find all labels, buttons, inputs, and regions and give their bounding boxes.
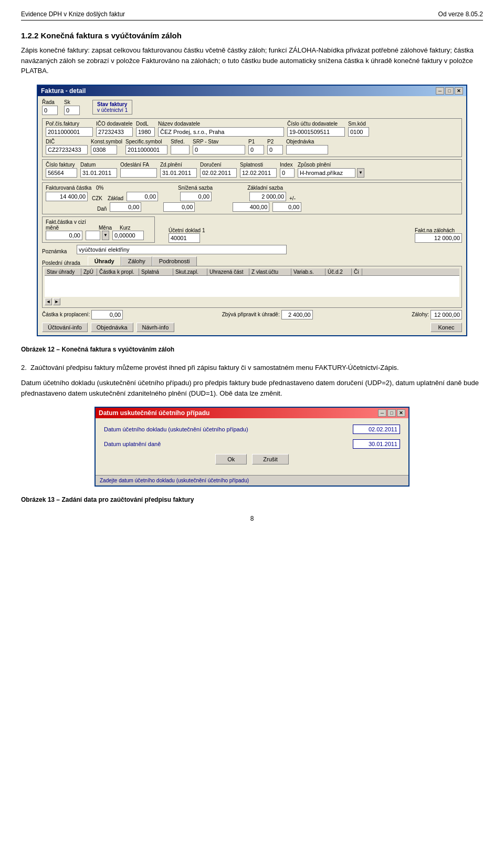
tab-uhrady[interactable]: Úhrady [88, 256, 121, 266]
pof-cis-group: Poř.čís.faktury [46, 121, 93, 137]
d2-zrusit-button[interactable]: Zrušit [252, 454, 289, 464]
srp-input[interactable] [193, 145, 245, 154]
snizena-zaklad-input[interactable] [180, 192, 212, 201]
zbyva-label: Zbývá připravit k úhradě: [222, 312, 280, 317]
datum-input[interactable] [80, 168, 117, 178]
sk-input[interactable] [64, 106, 80, 115]
odeslani-label: Odeslání FA [120, 162, 157, 168]
zpusob-input[interactable] [298, 168, 355, 178]
mena-arrow[interactable]: ▼ [102, 231, 109, 240]
dialog2-titlebar: Datum uskutečnění účetního případu ─ □ ✕ [96, 408, 408, 418]
zpusob-label: Způsob plnění [298, 162, 364, 168]
objednavka-button[interactable]: Objednávka [91, 323, 133, 332]
zalohy-label: Zálohy: [412, 312, 429, 317]
dan-last-input[interactable] [272, 202, 301, 212]
section-amounts: Fakturovaná částka 0% Snížená sazba Zákl… [42, 182, 462, 214]
sk-label: Sk [64, 99, 80, 105]
zakladni-label: Základní sazba [247, 185, 283, 191]
table-scroll-area [45, 276, 459, 297]
fakt-zalohy-label: Fakt.na zálohách [415, 228, 462, 233]
zd-plneni-group: Zd.plnění [160, 162, 197, 178]
konec-button[interactable]: Konec [430, 323, 462, 332]
fakt-zalohy-input[interactable] [415, 233, 462, 243]
cizi-mena-labels: Fakt.částka v cizí měně Měna Kurz [46, 219, 151, 231]
dialog-faktura-detail: Faktura - detail ─ □ ✕ Řada Sk Stav fakt… [37, 85, 467, 336]
maximize-button[interactable]: □ [445, 87, 454, 95]
th-zpu: ZpÚ [81, 268, 97, 275]
kurz-input[interactable] [112, 231, 144, 240]
mena-label: Měna [99, 225, 117, 231]
nazev-input[interactable] [158, 127, 284, 137]
dodl-group: DodL [136, 121, 155, 137]
scroll-right-arrow[interactable]: ► [53, 298, 60, 305]
d2-row2-input[interactable] [353, 439, 400, 449]
sm-kod-input[interactable] [348, 127, 369, 137]
fakt-amount-input[interactable] [46, 192, 88, 201]
amounts-labels-row: Fakturovaná částka 0% Snížená sazba Zákl… [46, 185, 458, 191]
scroll-left-arrow[interactable]: ◄ [45, 298, 52, 305]
stred-group: Střed. [171, 139, 190, 154]
sm-kod-label: Sm.kód [348, 121, 369, 127]
dan-snizena-input[interactable] [163, 202, 195, 212]
dan-zakladni-input[interactable] [233, 202, 269, 212]
stred-input[interactable] [171, 145, 190, 154]
p1-input[interactable] [248, 145, 264, 154]
poznamka-input[interactable] [77, 245, 287, 254]
fakt-cizi-input[interactable] [46, 231, 82, 240]
konst-input[interactable] [91, 145, 117, 154]
castka-proplaceni-input[interactable] [91, 310, 123, 319]
amounts-row1: CZK Základ +/- [46, 192, 458, 201]
specific-input[interactable] [125, 145, 167, 154]
th-castka: Částka k propl. [97, 268, 139, 275]
tab-podrobnosti[interactable]: Podrobnosti [152, 256, 197, 266]
uctovani-info-button[interactable]: Účtování-info [42, 323, 88, 332]
mena-input[interactable] [86, 231, 100, 240]
mena-dropdown: ▼ [86, 231, 109, 240]
ucetni-input[interactable] [169, 233, 200, 243]
srp-label: SRP - Stav [193, 139, 245, 144]
p2-input[interactable] [267, 145, 283, 154]
minimize-button[interactable]: ─ [436, 87, 444, 95]
d2-ok-button[interactable]: Ok [215, 454, 247, 464]
cislo-uctu-input[interactable] [287, 127, 345, 137]
zaklad-input[interactable] [127, 192, 158, 201]
dialog2-minimize-button[interactable]: ─ [378, 409, 386, 417]
navrh-info-button[interactable]: Návrh-info [136, 323, 175, 332]
zbyva-input[interactable] [281, 310, 313, 319]
plusminus: +/- [289, 195, 296, 201]
dodl-input[interactable] [136, 127, 155, 137]
p1-label: P1 [248, 139, 264, 144]
objednavka-input[interactable] [286, 145, 328, 154]
th-uhrazena: Uhrazená část [207, 268, 249, 275]
zpusob-dropdown-arrow[interactable]: ▼ [357, 168, 364, 178]
objednavka-group: Objednávka [286, 139, 328, 154]
header-right: Od verze 8.05.2 [438, 11, 483, 18]
paragraph2-text: Zaúčtování předpisu faktury můžeme prové… [30, 364, 399, 371]
d2-row1-input[interactable] [353, 425, 400, 434]
dialog2-maximize-button[interactable]: □ [387, 409, 396, 417]
dan-zaklad-input[interactable] [110, 202, 141, 212]
zakladni-input[interactable] [249, 192, 286, 201]
pof-cis-label: Poř.čís.faktury [46, 121, 93, 127]
zd-plneni-input[interactable] [160, 168, 197, 178]
rada-input[interactable] [42, 106, 58, 115]
close-button[interactable]: ✕ [455, 87, 463, 95]
dialog2-titlebar-buttons: ─ □ ✕ [378, 409, 405, 417]
splatnosti-input[interactable] [240, 168, 277, 178]
scroll-arrows: ◄ ► [45, 298, 60, 305]
ico-input[interactable] [96, 127, 133, 137]
zalohy-input[interactable] [430, 310, 462, 319]
tab-zalohy[interactable]: Zálohy [121, 256, 152, 266]
th-stav: Stav úhrady [45, 268, 81, 275]
cislo-faktury-input[interactable] [46, 168, 77, 178]
th-ucd2: Úč.d.2 [326, 268, 352, 275]
index-input[interactable] [280, 168, 295, 178]
doruceni-group: Doručení [200, 162, 237, 178]
p2-group: P2 [267, 139, 283, 154]
dialog2-close-button[interactable]: ✕ [397, 409, 405, 417]
dic-input[interactable] [46, 145, 88, 154]
nazev-group: Název dodavatele [158, 121, 284, 137]
pof-cis-input[interactable] [46, 127, 93, 137]
odeslani-input[interactable] [120, 168, 157, 178]
doruceni-input[interactable] [200, 168, 237, 178]
